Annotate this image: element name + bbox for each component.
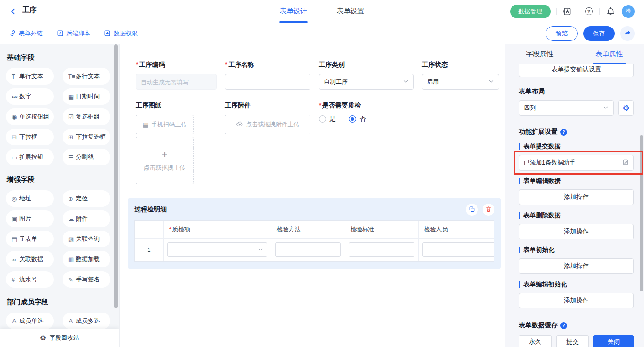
field-item-radio-group[interactable]: ◉单选按钮组	[6, 108, 54, 125]
qr-upload-button[interactable]: ▦ 手机扫码上传	[136, 115, 194, 134]
subform-process-inspection[interactable]: 过程检明细 *质检项	[128, 198, 501, 269]
field-item-signature[interactable]: ✎手写签名	[63, 271, 110, 288]
subform-title: 过程检明细	[134, 205, 167, 214]
process-status-select[interactable]: 启用	[422, 74, 499, 90]
properties-panel: 字段属性 表单属性 表单提交确认设置 表单布局 四列 ⚙ 功能扩展设置 ?	[505, 44, 644, 347]
crosshair-icon: ⊕	[68, 195, 76, 202]
required-mark: *	[225, 61, 227, 68]
field-qc-required[interactable]: *是否需要质检 是 否	[319, 102, 414, 184]
back-button[interactable]	[9, 7, 17, 16]
preview-button[interactable]: 预览	[546, 26, 578, 41]
field-process-name[interactable]: *工序名称	[225, 61, 310, 90]
page-title[interactable]: 工序	[22, 6, 37, 17]
cache-option-close[interactable]: 关闭	[593, 335, 634, 347]
tab-form-properties[interactable]: 表单属性	[575, 44, 644, 64]
sidebar-scrollbar[interactable]	[114, 44, 118, 308]
form-row-2: 工序图纸 ▦ 手机扫码上传 + 点击或拖拽上传 工序附件 点击或拖拽附件上传	[136, 102, 505, 184]
field-item-serial-number[interactable]: #流水号	[6, 271, 54, 288]
field-item-location[interactable]: ⊕定位	[63, 190, 110, 207]
topbar: 工序 表单设计 表单设置 数据管理 ? 检	[0, 0, 644, 23]
multi-select-icon: ⊞	[68, 134, 76, 141]
chevron-down-icon	[403, 79, 408, 85]
field-item-member-multi[interactable]: ♙成员多选	[63, 313, 110, 329]
field-recycle-bin-button[interactable]: ♻ 字段回收站	[0, 329, 119, 347]
field-process-code[interactable]: *工序编码	[136, 61, 217, 90]
init-add-action-button[interactable]: 添加操作	[519, 258, 634, 274]
external-link-button[interactable]: 表单外链	[9, 29, 43, 38]
process-name-input[interactable]	[230, 79, 305, 85]
field-item-lookup-query[interactable]: ▧关联查询	[63, 231, 110, 247]
help-icon[interactable]: ?	[584, 6, 594, 17]
attachment-dropzone[interactable]: 点击或拖拽附件上传	[225, 115, 310, 134]
delete-row-button[interactable]	[483, 204, 494, 216]
serial-icon: #	[12, 276, 19, 283]
field-item-sub-form[interactable]: ▤子表单	[6, 231, 54, 247]
help-icon[interactable]: ?	[560, 322, 567, 329]
field-item-select[interactable]: ⊟下拉框	[6, 129, 54, 145]
save-button[interactable]: 保存	[583, 26, 615, 41]
field-item-single-line-text[interactable]: T单行文本	[6, 68, 54, 85]
qc-item-select[interactable]	[167, 242, 267, 257]
data-permission-button[interactable]: 数据权限	[104, 29, 138, 38]
field-process-attachment[interactable]: 工序附件 点击或拖拽附件上传	[225, 102, 310, 184]
help-icon[interactable]: ?	[560, 129, 567, 136]
qc-radio-yes[interactable]: 是	[319, 115, 336, 123]
field-item-number[interactable]: 123数字	[6, 88, 54, 105]
address-book-icon[interactable]	[562, 6, 572, 17]
tab-field-properties[interactable]: 字段属性	[505, 44, 575, 64]
checkbox-icon: ☑	[68, 114, 76, 120]
edit-icon[interactable]	[622, 159, 629, 167]
field-item-multi-line-text[interactable]: T≡多行文本	[63, 68, 110, 85]
script-icon	[57, 30, 63, 37]
cloud-upload-icon	[236, 120, 243, 129]
tab-form-design[interactable]: 表单设计	[278, 0, 309, 23]
lookup-icon: ▧	[68, 236, 76, 243]
notification-bell-icon[interactable]	[605, 6, 615, 17]
field-item-member-single[interactable]: ♙成员单选	[6, 313, 54, 329]
required-mark: *	[319, 102, 321, 109]
field-process-status[interactable]: 工序状态 启用	[422, 61, 499, 90]
field-item-data-load[interactable]: ▥数据加载	[63, 251, 110, 267]
inspector-input[interactable]	[422, 242, 494, 257]
layout-columns-select[interactable]: 四列	[519, 100, 614, 116]
tab-form-settings[interactable]: 表单设置	[335, 0, 366, 23]
field-item-image[interactable]: ▣图片	[6, 210, 54, 227]
image-dropzone[interactable]: + 点击或拖拽上传	[136, 137, 194, 184]
standard-input[interactable]	[349, 242, 414, 257]
process-code-input-wrap	[136, 74, 217, 90]
qc-radio-no[interactable]: 否	[349, 115, 366, 123]
field-item-attachment[interactable]: ☁附件	[63, 210, 110, 227]
user-avatar[interactable]: 检	[622, 5, 635, 18]
cache-option-submit[interactable]: 提交	[556, 335, 589, 347]
form-canvas: *工序编码 *工序名称 工序类别 自制工序	[120, 44, 505, 347]
field-process-drawing[interactable]: 工序图纸 ▦ 手机扫码上传 + 点击或拖拽上传	[136, 102, 217, 184]
data-manage-button[interactable]: 数据管理	[510, 5, 551, 18]
process-code-input[interactable]	[141, 79, 212, 85]
edit-init-add-action-button[interactable]: 添加操作	[519, 293, 634, 308]
permission-icon	[104, 30, 111, 37]
field-process-category[interactable]: 工序类别 自制工序	[319, 61, 414, 90]
field-item-related-data[interactable]: ∞关联数据	[6, 251, 54, 267]
submit-data-assistant-field[interactable]: 已添加1条数据助手	[519, 155, 634, 171]
chevron-down-icon	[489, 79, 494, 85]
backend-script-button[interactable]: 后端脚本	[57, 29, 90, 38]
field-item-multi-select[interactable]: ⊞下拉复选框	[63, 129, 110, 145]
table-row: 1	[135, 238, 494, 261]
delete-data-add-action-button[interactable]: 添加操作	[519, 224, 634, 239]
copy-row-button[interactable]	[466, 204, 478, 216]
edit-data-add-action-button[interactable]: 添加操作	[519, 189, 634, 205]
back-chevron-icon	[9, 7, 17, 16]
process-category-select[interactable]: 自制工序	[319, 74, 414, 90]
field-item-checkbox-group[interactable]: ☑复选框组	[63, 108, 110, 125]
field-item-divider-line[interactable]: ☰分割线	[63, 149, 110, 165]
layout-settings-button[interactable]: ⚙	[618, 100, 634, 116]
method-input[interactable]	[275, 242, 341, 257]
section-title-enhanced-fields: 增强字段	[7, 176, 119, 184]
field-item-address[interactable]: ◎地址	[6, 190, 54, 207]
field-item-datetime[interactable]: ▦日期时间	[63, 88, 110, 105]
field-item-extend-button[interactable]: ▭扩展按钮	[6, 149, 54, 165]
cache-option-permanent[interactable]: 永久	[519, 335, 552, 347]
share-button[interactable]	[620, 26, 635, 41]
col-header-inspector: 检验人员	[418, 221, 494, 238]
panel-scrollbar[interactable]	[640, 135, 643, 291]
